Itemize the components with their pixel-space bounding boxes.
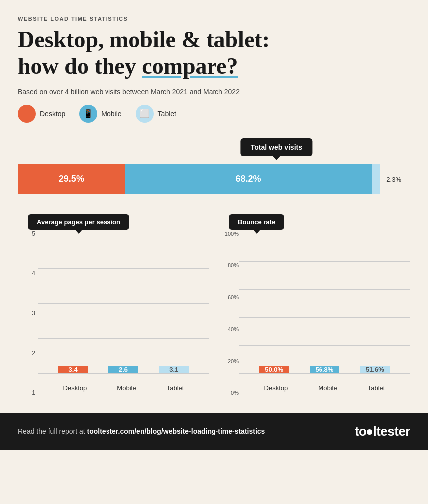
y-bounce-40: 40% [219, 326, 239, 332]
bar-item-desktop-pages: 3.4 [58, 366, 88, 373]
desktop-bar: 29.5% [18, 164, 125, 194]
legend-label-mobile: Mobile [101, 110, 121, 118]
bar-item-tablet-bounce: 51.6% [360, 366, 390, 373]
y-label-2: 2 [18, 350, 35, 357]
bar-desktop-pages: 3.4 [58, 366, 88, 373]
footer-text-before: Read the full report at [18, 427, 87, 435]
y-label-1: 1 [18, 389, 35, 396]
bar-desktop-bounce: 50.0% [259, 366, 289, 373]
bar-tablet-pages-value: 3.1 [169, 366, 178, 373]
bar-item-desktop-bounce: 50.0% [259, 366, 289, 373]
x-label-mobile-pages: Mobile [117, 384, 136, 392]
pages-tooltip: Average pages per session [28, 214, 129, 230]
mobile-bar-label: 68.2% [235, 174, 261, 184]
bounce-x-labels: Desktop Mobile Tablet [239, 373, 410, 393]
x-label-mobile-bounce: Mobile [318, 384, 337, 392]
description: Based on over 4 billion web visits betwe… [18, 88, 410, 96]
x-label-desktop-bounce: Desktop [264, 384, 288, 392]
legend-item-desktop: 🖥 Desktop [18, 105, 65, 123]
desktop-bar-label: 29.5% [59, 174, 84, 184]
y-bounce-60: 60% [219, 294, 239, 300]
pages-chart-area: 5 4 3 2 1 3.4 2.6 [18, 234, 209, 393]
bar-mobile-bounce: 56.8% [310, 366, 339, 373]
legend: 🖥 Desktop 📱 Mobile ⬜ Tablet [18, 105, 410, 123]
title-line1: Desktop, mobile & tablet: [18, 27, 270, 52]
y-bounce-80: 80% [219, 262, 239, 268]
bar-mobile-pages-value: 2.6 [119, 366, 128, 373]
bar-item-mobile-bounce: 56.8% [310, 366, 339, 373]
y-bounce-100: 100% [219, 231, 239, 237]
bar-tablet-bounce-value: 51.6% [366, 366, 384, 373]
desktop-icon: 🖥 [18, 105, 36, 123]
footer-text: Read the full report at tooltester.com/e… [18, 427, 265, 435]
bar-desktop-bounce-value: 50.0% [265, 366, 283, 373]
title-line2: how do they compare? [18, 53, 238, 79]
legend-label-tablet: Tablet [158, 110, 176, 118]
x-label-tablet-bounce: Tablet [368, 384, 385, 392]
tablet-icon: ⬜ [136, 105, 154, 123]
x-label-desktop-pages: Desktop [63, 384, 87, 392]
main-title: Desktop, mobile & tablet: how do they co… [18, 27, 410, 80]
legend-label-desktop: Desktop [40, 110, 65, 118]
bounce-chart-area: 100% 80% 60% 40% 20% 0% 50.0% [219, 234, 410, 393]
y-bounce-0: 0% [219, 390, 239, 396]
bar-mobile-bounce-value: 56.8% [316, 366, 334, 373]
bar-item-mobile-pages: 2.6 [108, 366, 138, 373]
pages-x-labels: Desktop Mobile Tablet [38, 373, 209, 393]
legend-item-tablet: ⬜ Tablet [136, 105, 176, 123]
bounce-rate-chart: Bounce rate 100% 80% 60% 40% 20% 0% [219, 214, 410, 393]
bar-item-tablet-pages: 3.1 [159, 366, 189, 373]
mobile-icon: 📱 [79, 105, 97, 123]
tablet-bar: 2.3% [372, 164, 380, 194]
total-visits-section: Total web visits 29.5% 68.2% 2.3% [18, 138, 410, 194]
logo-dot [367, 429, 372, 435]
mobile-bar: 68.2% [125, 164, 372, 194]
tablet-bar-label: 2.3% [386, 175, 401, 183]
bar-tablet-pages: 3.1 [159, 366, 189, 373]
footer-link[interactable]: tooltester.com/en/blog/website-loading-t… [87, 427, 265, 435]
pages-bars-group: 3.4 2.6 3.1 [38, 234, 209, 373]
total-visits-tooltip: Total web visits [241, 138, 312, 156]
bar-tablet-bounce: 51.6% [360, 366, 390, 373]
footer-logo: toltester [355, 424, 410, 439]
charts-row: Average pages per session 5 4 3 2 1 [18, 214, 410, 393]
y-label-3: 3 [18, 310, 35, 317]
y-label-5: 5 [18, 230, 35, 237]
bounce-tooltip: Bounce rate [229, 214, 284, 230]
main-content: WEBSITE LOAD TIME STATISTICS Desktop, mo… [0, 0, 428, 393]
pages-per-session-chart: Average pages per session 5 4 3 2 1 [18, 214, 209, 393]
x-label-tablet-pages: Tablet [167, 384, 184, 392]
logo-text: toltester [355, 424, 410, 439]
y-label-4: 4 [18, 270, 35, 277]
footer: Read the full report at tooltester.com/e… [0, 413, 428, 450]
bar-desktop-pages-value: 3.4 [69, 366, 78, 373]
y-bounce-20: 20% [219, 358, 239, 364]
bounce-bars-group: 50.0% 56.8% 51.6% [239, 234, 410, 373]
total-visits-bar: 29.5% 68.2% 2.3% [18, 164, 380, 194]
legend-item-mobile: 📱 Mobile [79, 105, 121, 123]
tablet-line [381, 149, 381, 199]
subtitle: WEBSITE LOAD TIME STATISTICS [18, 16, 410, 22]
bar-mobile-pages: 2.6 [108, 366, 138, 373]
